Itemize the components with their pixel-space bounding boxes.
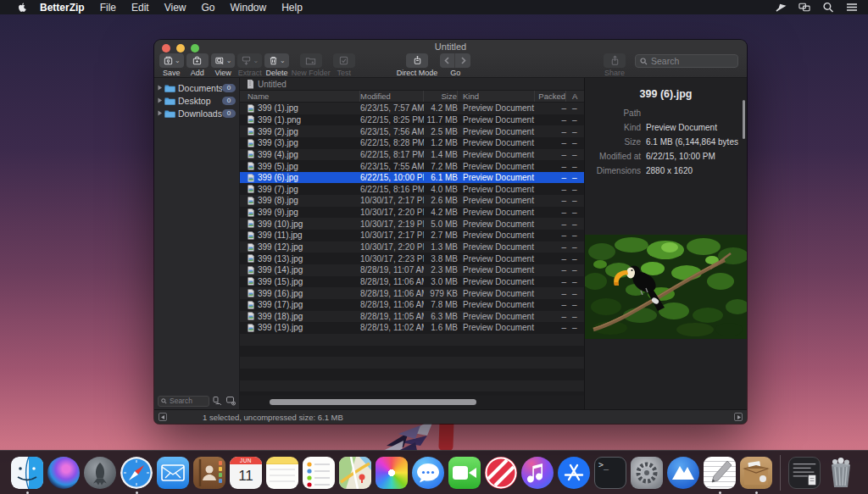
table-row[interactable]: 399 (10).jpg 10/30/17, 2:19 PM 5.0 MB Pr… bbox=[240, 218, 584, 230]
dock-icon-mail[interactable] bbox=[157, 457, 189, 489]
column-header-kind[interactable]: Kind bbox=[458, 91, 535, 102]
toolbar-button-delete[interactable]: ⌄ Delete bbox=[264, 53, 289, 77]
sidebar-item-downloads[interactable]: Downloads 0 bbox=[154, 107, 239, 119]
menu-item-window[interactable]: Window bbox=[231, 2, 267, 14]
dock-icon-facetime[interactable] bbox=[448, 457, 481, 489]
apple-menu-icon[interactable] bbox=[17, 2, 28, 13]
sidebar-search-input[interactable] bbox=[170, 397, 206, 405]
zoom-button[interactable] bbox=[191, 44, 199, 53]
dock-icon-siri[interactable] bbox=[47, 457, 80, 489]
table-row[interactable]: 399 (8).jpg 10/30/17, 2:17 PM 2.6 MB Pre… bbox=[240, 195, 584, 207]
info-panel-toggle-button[interactable] bbox=[734, 413, 743, 421]
table-row[interactable]: 399 (2).jpg 6/23/15, 7:56 AM 2.5 MB Prev… bbox=[240, 125, 584, 137]
dock-icon-reminders[interactable] bbox=[303, 457, 335, 489]
dock-icon-photos[interactable] bbox=[376, 457, 408, 489]
table-row[interactable]: 399 (5).jpg 6/23/15, 7:55 AM 7.2 MB Prev… bbox=[240, 160, 584, 172]
disclosure-triangle-icon[interactable] bbox=[157, 85, 163, 91]
info-panel-scrollbar[interactable] bbox=[743, 100, 745, 139]
go-forward-button[interactable] bbox=[455, 53, 470, 68]
table-row[interactable]: 399 (1).png 6/22/15, 8:25 PM 11.7 MB Pre… bbox=[240, 114, 584, 126]
table-header[interactable]: NameModifiedSizeKindPackedA bbox=[240, 91, 584, 103]
dock-icon-safari[interactable] bbox=[120, 457, 153, 489]
dock-icon-finder[interactable] bbox=[11, 457, 43, 489]
flat-view-toggle-icon[interactable] bbox=[212, 396, 223, 406]
table-row[interactable]: 399 (11).jpg 10/30/17, 2:17 PM 2.7 MB Pr… bbox=[240, 230, 584, 241]
column-header-modified[interactable]: Modified bbox=[360, 91, 424, 102]
toolbar-button-add[interactable]: Add bbox=[186, 53, 209, 77]
info-label-dimensions: Dimensions bbox=[585, 166, 641, 175]
table-row[interactable]: 399 (1).jpg 6/23/15, 7:57 AM 4.2 MB Prev… bbox=[240, 103, 584, 114]
image-file-icon bbox=[248, 139, 254, 147]
column-header-size[interactable]: Size bbox=[424, 91, 458, 102]
go-back-button[interactable] bbox=[440, 53, 455, 68]
archive-add-icon bbox=[192, 55, 203, 66]
toolbar-button-direct-mode[interactable]: Direct Mode bbox=[397, 53, 438, 77]
table-row[interactable]: 399 (19).jpg 8/28/19, 11:02 AM 1.6 MB Pr… bbox=[240, 322, 584, 334]
minimize-button[interactable] bbox=[176, 44, 185, 53]
toolbar-search-field[interactable] bbox=[635, 54, 738, 68]
dock-icon-itunes[interactable] bbox=[521, 457, 554, 489]
table-row[interactable]: 399 (15).jpg 8/28/19, 11:06 AM 3.0 MB Pr… bbox=[240, 276, 584, 288]
dock-icon-archive-box-app[interactable] bbox=[740, 457, 772, 489]
dock-icon-messages[interactable] bbox=[412, 457, 444, 489]
dock-icon-terminal[interactable]: >_ bbox=[594, 457, 626, 489]
column-header-a[interactable]: A bbox=[566, 91, 581, 102]
toolbar-search-input[interactable] bbox=[651, 56, 733, 66]
dock-icon-calendar[interactable]: JUN11 bbox=[230, 457, 262, 489]
menu-item-view[interactable]: View bbox=[164, 2, 186, 14]
table-row[interactable]: 399 (7).jpg 6/22/15, 8:16 PM 4.0 MB Prev… bbox=[240, 183, 584, 195]
horizontal-scrollbar[interactable] bbox=[240, 396, 584, 409]
image-file-icon bbox=[248, 174, 254, 182]
table-row[interactable]: 399 (4).jpg 6/22/15, 8:17 PM 1.4 MB Prev… bbox=[240, 149, 584, 161]
cursor-flag-icon[interactable] bbox=[775, 2, 787, 13]
menu-item-help[interactable]: Help bbox=[281, 2, 303, 14]
disclosure-triangle-icon[interactable] bbox=[157, 97, 163, 103]
dock-icon-notes[interactable] bbox=[266, 457, 298, 489]
dock-icon-blue-mountain-app[interactable] bbox=[667, 457, 699, 489]
column-header-name[interactable]: Name bbox=[240, 91, 360, 102]
table-row[interactable]: 399 (18).jpg 8/28/19, 11:05 AM 6.3 MB Pr… bbox=[240, 311, 584, 323]
table-row[interactable]: 399 (16).jpg 8/28/19, 11:06 AM 979 KB Pr… bbox=[240, 287, 584, 299]
dock-icon-trash[interactable] bbox=[825, 457, 857, 489]
preview-toggle-icon[interactable] bbox=[225, 396, 236, 406]
toolbar-button-view[interactable]: ⌄ View bbox=[211, 53, 236, 77]
menu-item-edit[interactable]: Edit bbox=[131, 2, 149, 14]
table-row[interactable]: 399 (3).jpg 6/22/15, 8:28 PM 1.2 MB Prev… bbox=[240, 137, 584, 149]
menu-list-icon[interactable] bbox=[846, 2, 858, 13]
close-button[interactable] bbox=[162, 44, 170, 53]
toolbar-button-save[interactable]: ⌄ Save bbox=[159, 53, 184, 77]
image-file-icon bbox=[248, 127, 254, 136]
menu-item-file[interactable]: File bbox=[100, 2, 116, 14]
table-row[interactable]: 399 (17).jpg 8/28/19, 11:06 AM 7.8 MB Pr… bbox=[240, 299, 584, 311]
image-file-icon bbox=[248, 324, 254, 332]
disclosure-triangle-icon[interactable] bbox=[157, 110, 163, 116]
dock-icon-launchpad[interactable] bbox=[84, 457, 116, 489]
dock-icon-textedit[interactable] bbox=[704, 457, 736, 489]
sidebar-search-field[interactable] bbox=[158, 396, 209, 407]
table-row[interactable]: 399 (12).jpg 10/30/17, 2:20 PM 1.3 MB Pr… bbox=[240, 241, 584, 253]
dock-icon-news[interactable] bbox=[485, 457, 517, 489]
dock-icon-contacts[interactable] bbox=[193, 457, 225, 489]
menu-app-name[interactable]: BetterZip bbox=[40, 2, 85, 14]
chevron-right-icon bbox=[459, 57, 467, 64]
column-header-packed[interactable]: Packed bbox=[535, 91, 566, 102]
table-row[interactable]: 399 (6).jpg 6/22/15, 10:00 PM 6.1 MB Pre… bbox=[240, 172, 584, 184]
table-row[interactable]: 399 (13).jpg 10/30/17, 2:23 PM 3.8 MB Pr… bbox=[240, 253, 584, 264]
image-file-icon bbox=[248, 219, 254, 228]
sidebar-toggle-button[interactable] bbox=[159, 413, 167, 421]
dock-icon-system-preferences[interactable] bbox=[631, 457, 663, 489]
sidebar-item-desktop[interactable]: Desktop 0 bbox=[154, 94, 239, 107]
path-bar[interactable]: Untitled bbox=[240, 78, 584, 91]
spotlight-search-icon[interactable] bbox=[822, 2, 834, 13]
table-row[interactable]: 399 (9).jpg 10/30/17, 2:20 PM 4.2 MB Pre… bbox=[240, 207, 584, 219]
sidebar-item-documents[interactable]: Documents 0 bbox=[154, 81, 239, 94]
table-row[interactable]: 399 (14).jpg 8/28/19, 11:07 AM 2.3 MB Pr… bbox=[240, 264, 584, 276]
displays-icon[interactable] bbox=[798, 2, 810, 13]
dock-icon-minimized-window[interactable] bbox=[788, 457, 821, 489]
archive-document-icon bbox=[247, 80, 254, 89]
menu-item-go[interactable]: Go bbox=[202, 2, 215, 14]
scrollbar-thumb[interactable] bbox=[270, 399, 476, 405]
dock-icon-maps[interactable] bbox=[339, 457, 371, 489]
title-bar[interactable]: Untitled bbox=[154, 40, 747, 53]
dock-icon-app-store[interactable] bbox=[558, 457, 590, 489]
